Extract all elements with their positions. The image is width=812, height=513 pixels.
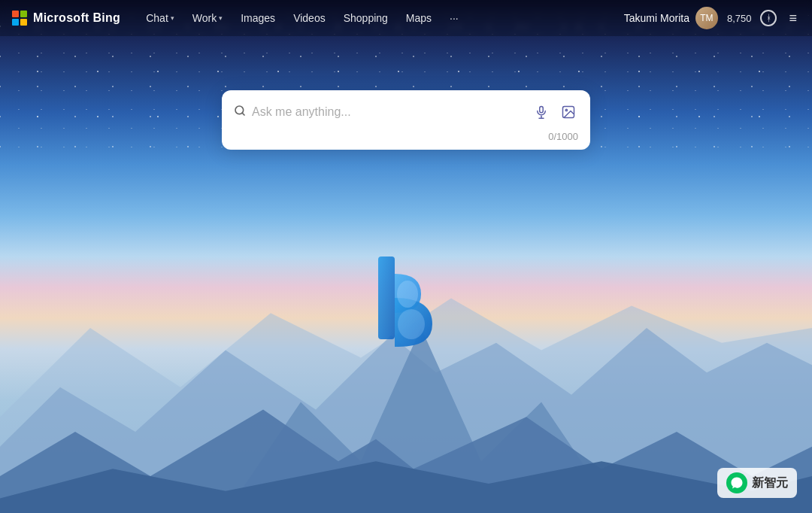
svg-line-6	[242, 113, 244, 115]
search-footer: 0/1000	[222, 128, 590, 150]
navbar: Microsoft Bing Chat ▾ Work ▾ Images Vide…	[0, 0, 812, 36]
svg-rect-7	[540, 107, 544, 113]
search-icon	[234, 105, 246, 120]
chat-chevron-icon: ▾	[171, 14, 174, 22]
svg-point-11	[565, 109, 567, 111]
work-chevron-icon: ▾	[219, 14, 223, 22]
search-input[interactable]	[252, 105, 526, 119]
image-search-button[interactable]	[559, 102, 578, 122]
rewards-icon[interactable]: ᚼ	[760, 10, 777, 26]
search-actions	[532, 102, 578, 122]
svg-rect-12	[378, 256, 395, 339]
user-section[interactable]: Takumi Morita TM	[624, 7, 718, 29]
hamburger-menu-icon[interactable]: ≡	[786, 8, 800, 29]
search-input-row	[222, 90, 590, 128]
microphone-button[interactable]	[532, 102, 551, 122]
svg-point-13	[397, 281, 418, 308]
brand-name: Microsoft Bing	[33, 11, 120, 25]
wechat-logo-icon	[726, 472, 747, 493]
svg-point-14	[398, 309, 425, 339]
search-area: 0/1000	[222, 90, 590, 150]
nav-work[interactable]: Work ▾	[185, 8, 230, 29]
user-name: Takumi Morita	[624, 12, 689, 24]
points-badge: 8,750	[727, 13, 752, 24]
microsoft-logo-icon	[12, 11, 27, 26]
bing-logo-center	[365, 253, 447, 351]
nav-logo[interactable]: Microsoft Bing	[12, 11, 120, 26]
avatar: TM	[695, 7, 718, 29]
char-count: 0/1000	[548, 131, 578, 142]
nav-right: Takumi Morita TM 8,750 ᚼ ≡	[624, 7, 800, 29]
wechat-label: 新智元	[752, 475, 788, 491]
nav-links: Chat ▾ Work ▾ Images Videos Shopping Map…	[138, 8, 624, 29]
search-box: 0/1000	[222, 90, 590, 150]
nav-maps[interactable]: Maps	[398, 8, 439, 29]
wechat-watermark: 新智元	[717, 468, 797, 498]
nav-images[interactable]: Images	[233, 8, 283, 29]
nav-more[interactable]: ···	[442, 8, 466, 29]
nav-chat[interactable]: Chat ▾	[138, 8, 182, 29]
nav-shopping[interactable]: Shopping	[336, 8, 395, 29]
nav-videos[interactable]: Videos	[286, 8, 333, 29]
